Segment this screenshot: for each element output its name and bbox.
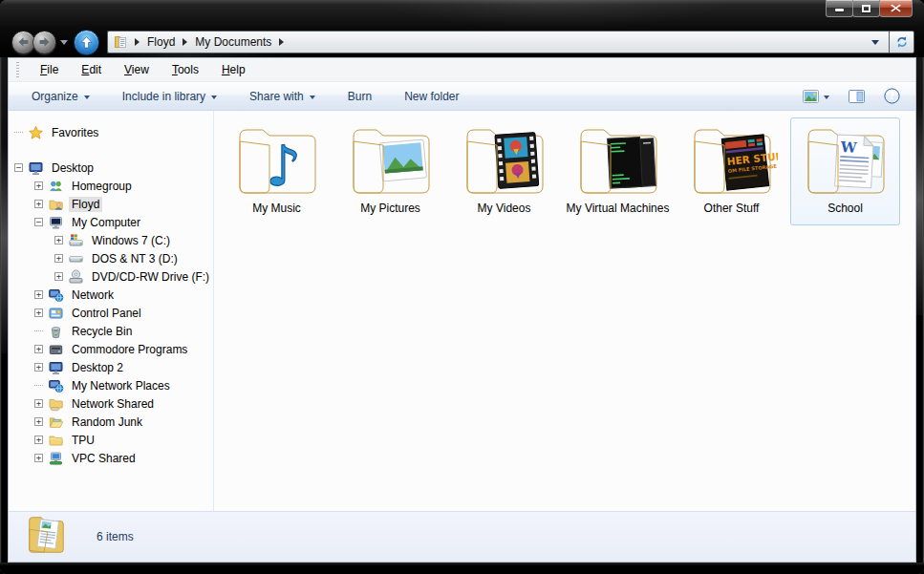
tree-item-label: Network [69, 287, 117, 303]
tree-expander-icon[interactable]: + [34, 308, 43, 317]
menu-file[interactable]: File [29, 60, 70, 80]
tree-item-label: Homegroup [69, 179, 135, 194]
tree-expander-icon[interactable]: + [34, 290, 43, 299]
forward-arrow-icon [38, 36, 51, 48]
tree-expander-icon[interactable]: + [34, 417, 43, 426]
toolbar-grip[interactable] [16, 62, 19, 78]
folder-tile-my-music[interactable]: My Music [222, 117, 332, 225]
menu-accel: H [222, 63, 230, 76]
folder-tile-my-pictures[interactable]: My Pictures [335, 117, 445, 225]
preview-pane-icon [849, 90, 865, 103]
tree-item-icon [68, 251, 84, 266]
tree-item-network[interactable]: + Network [9, 286, 213, 304]
tree-expander-icon[interactable]: + [34, 454, 43, 462]
tree-item-icon [48, 396, 64, 412]
tree-expander-icon [34, 330, 43, 331]
breadcrumb-arrow-icon[interactable] [183, 38, 187, 46]
tree-expander-icon[interactable]: + [34, 436, 43, 444]
tree-item-vpc-shared[interactable]: + VPC Shared [9, 449, 213, 467]
folder-label: School [827, 202, 863, 215]
tree-expander-icon[interactable]: + [34, 181, 43, 190]
tree-expander-icon[interactable]: + [34, 363, 43, 372]
tree-item-windows-7-c[interactable]: + Windows 7 (C:) [9, 231, 213, 249]
tree-expander-icon[interactable]: + [34, 345, 43, 353]
folder-tile-other-stuff[interactable]: Other Stuff [677, 117, 786, 225]
tree-expander-icon [14, 132, 23, 133]
tree-item-label: Floyd [69, 197, 102, 212]
file-list: My Music My Pictures My Videos My Virtua… [214, 111, 915, 511]
minimize-button[interactable] [826, 0, 853, 17]
organize-button[interactable]: Organize [22, 85, 99, 108]
tree-item-label: My Computer [69, 215, 143, 230]
tree-expander-icon[interactable]: + [54, 254, 63, 263]
maximize-button[interactable] [852, 0, 880, 17]
tree-item-icon [48, 451, 64, 466]
tree-expander-icon[interactable]: + [54, 236, 63, 244]
address-dropdown-icon[interactable] [871, 40, 879, 45]
chevron-down-icon [211, 96, 217, 99]
change-view-button[interactable] [799, 86, 833, 107]
navigation-pane: Favorites − Desktop + Homegroup + Floyd … [9, 111, 214, 511]
tree-expander-icon[interactable]: + [34, 399, 43, 408]
folder-tree: Favorites − Desktop + Homegroup + Floyd … [9, 123, 213, 467]
tree-item-label: Network Shared [69, 396, 157, 412]
up-button[interactable] [74, 30, 99, 55]
burn-label: Burn [348, 90, 372, 103]
new-folder-button[interactable]: New folder [395, 85, 468, 108]
recent-pages-chevron-icon[interactable] [60, 40, 68, 45]
tree-item-label: DOS & NT 3 (D:) [89, 251, 181, 266]
address-field[interactable]: Floyd My Documents [107, 31, 889, 53]
burn-button[interactable]: Burn [338, 85, 381, 108]
menu-view[interactable]: View [113, 60, 161, 80]
tree-expander-icon[interactable]: + [34, 200, 43, 208]
forward-button[interactable] [32, 31, 56, 54]
close-button[interactable] [879, 0, 913, 17]
folder-icon [459, 120, 550, 201]
close-icon [891, 4, 901, 12]
breadcrumb-arrow-icon[interactable] [279, 38, 284, 46]
tree-expander-icon[interactable]: − [14, 163, 23, 172]
tree-item-network-shared[interactable]: + Network Shared [9, 394, 213, 413]
folder-tile-my-videos[interactable]: My Videos [449, 117, 559, 225]
tree-item-my-network-places[interactable]: My Network Places [9, 376, 213, 394]
item-count: 6 items [97, 530, 134, 543]
breadcrumb-arrow-icon[interactable] [135, 38, 140, 46]
tree-item-icon [48, 306, 64, 321]
menu-edit[interactable]: Edit [70, 60, 113, 80]
tree-item-label: Random Junk [69, 415, 145, 430]
tree-item-label: TPU [69, 433, 97, 448]
menu-help[interactable]: Help [210, 60, 257, 80]
folder-icon [800, 120, 892, 201]
tree-item-desktop[interactable]: − Desktop [9, 159, 213, 177]
tree-item-desktop-2[interactable]: + Desktop 2 [9, 358, 213, 376]
folder-tile-school[interactable]: School [790, 117, 900, 225]
include-in-library-label: Include in library [122, 90, 205, 103]
tree-item-favorites[interactable]: Favorites [9, 123, 213, 141]
tree-item-commodore-programs[interactable]: + Commodore Programs [9, 340, 213, 358]
tree-item-dos-nt-3-d[interactable]: + DOS & NT 3 (D:) [9, 249, 213, 267]
menu-accel: V [124, 63, 132, 76]
folder-icon [345, 120, 437, 201]
tree-item-floyd[interactable]: + Floyd [9, 195, 213, 213]
tree-expander-icon[interactable]: − [34, 218, 43, 226]
help-button[interactable]: ? [880, 84, 904, 108]
tree-item-tpu[interactable]: + TPU [9, 431, 213, 449]
breadcrumb-item-floyd[interactable]: Floyd [143, 33, 179, 51]
folder-tile-my-virtual-machines[interactable]: My Virtual Machines [563, 117, 673, 225]
menu-tools[interactable]: Tools [161, 60, 210, 80]
preview-pane-button[interactable] [845, 86, 869, 107]
tree-item-dvd-cd-rw-drive-f[interactable]: + DVD/CD-RW Drive (F:) [9, 267, 213, 286]
tree-item-my-computer[interactable]: − My Computer [9, 213, 213, 231]
share-with-button[interactable]: Share with [240, 85, 325, 108]
tree-item-recycle-bin[interactable]: Recycle Bin [9, 322, 213, 340]
tree-item-icon [48, 360, 64, 375]
caption-buttons [827, 0, 913, 17]
tree-item-control-panel[interactable]: + Control Panel [9, 304, 213, 322]
command-bar: Organize Include in library Share with B… [9, 82, 915, 111]
breadcrumb-item-my-documents[interactable]: My Documents [191, 33, 275, 51]
tree-item-homegroup[interactable]: + Homegroup [9, 177, 213, 195]
refresh-button[interactable] [889, 31, 914, 53]
tree-expander-icon[interactable]: + [54, 272, 63, 281]
include-in-library-button[interactable]: Include in library [113, 85, 226, 108]
tree-item-random-junk[interactable]: + Random Junk [9, 413, 213, 431]
